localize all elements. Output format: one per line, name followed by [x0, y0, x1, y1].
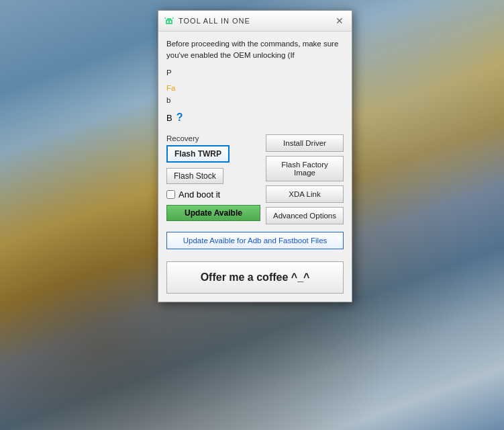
recovery-btn-group: Flash TWRP	[166, 145, 260, 163]
update-adb-button[interactable]: Update Avaible for Adb and Fastboot File…	[166, 232, 344, 249]
advanced-options-button[interactable]: Advanced Options	[266, 207, 344, 224]
svg-rect-4	[167, 21, 168, 23]
question-mark-icon[interactable]: ?	[177, 112, 183, 124]
boot-checkbox-row: And boot it	[166, 189, 260, 200]
highlight-fa[interactable]: Fa	[166, 84, 344, 92]
main-content-top: Before proceeding with the commands, mak…	[158, 32, 352, 134]
flash-twrp-button[interactable]: Flash TWRP	[166, 145, 230, 163]
stock-btn-group: Flash Stock	[166, 168, 260, 184]
flash-factory-image-button[interactable]: Flash FactoryImage	[266, 156, 344, 181]
section-b-row: B ?	[166, 112, 344, 124]
main-window: TOOL ALL IN ONE ✕ Before proceeding with…	[158, 10, 352, 302]
svg-line-3	[172, 17, 174, 19]
android-icon	[164, 15, 174, 26]
update-available-button[interactable]: Update Avaible	[166, 205, 260, 221]
section-b-label: B	[166, 113, 172, 123]
svg-rect-1	[167, 18, 171, 20]
main-titlebar: TOOL ALL IN ONE ✕	[158, 11, 352, 32]
svg-line-2	[164, 17, 166, 19]
info-text-1: Before proceeding with the commands, mak…	[166, 38, 344, 62]
recovery-label: Recovery	[166, 134, 260, 142]
coffee-button[interactable]: Offer me a coffee ^_^	[166, 261, 344, 294]
left-column: Recovery Flash TWRP Flash Stock And boot…	[166, 134, 260, 225]
right-column: Install Driver Flash FactoryImage XDA Li…	[266, 134, 344, 225]
install-driver-button[interactable]: Install Driver	[266, 134, 344, 152]
update-adb-section: Update Avaible for Adb and Fastboot File…	[158, 232, 352, 261]
info-text-2: P	[166, 67, 344, 79]
flash-stock-button[interactable]: Flash Stock	[166, 168, 223, 184]
boot-checkbox-label: And boot it	[179, 189, 220, 200]
xda-link-button[interactable]: XDA Link	[266, 185, 344, 203]
titlebar-left: TOOL ALL IN ONE	[164, 15, 250, 26]
info-p: P	[166, 69, 172, 77]
svg-rect-0	[166, 19, 172, 24]
main-close-button[interactable]: ✕	[333, 15, 346, 27]
main-window-title: TOOL ALL IN ONE	[179, 17, 250, 25]
info-b: b	[166, 95, 344, 106]
main-lower: Recovery Flash TWRP Flash Stock And boot…	[158, 134, 352, 232]
boot-checkbox[interactable]	[166, 190, 175, 199]
svg-rect-5	[170, 21, 171, 23]
